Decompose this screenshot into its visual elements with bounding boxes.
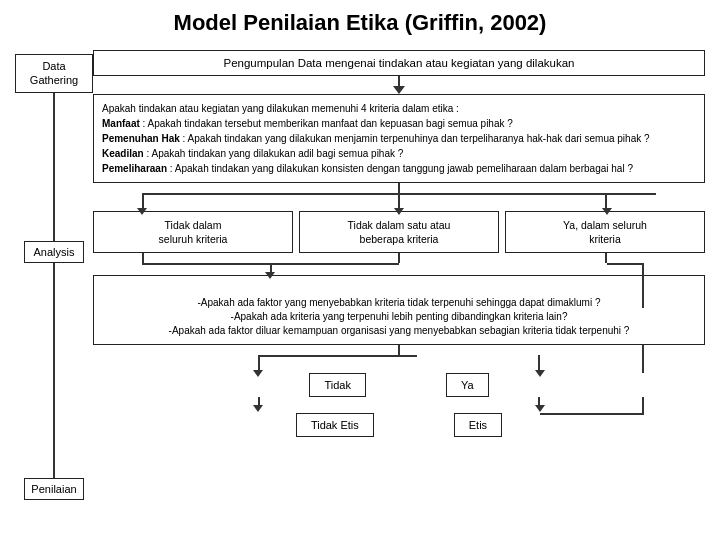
penilaian-label: Penilaian xyxy=(24,478,84,500)
data-gathering-label: Data Gathering xyxy=(15,54,93,93)
col2-box: Tidak dalam satu atau beberapa kriteria xyxy=(299,211,499,253)
analysis-text: Apakah tindakan atau kegiatan yang dilak… xyxy=(102,103,650,174)
questions-connector xyxy=(93,253,705,275)
three-col-row: Tidak dalam seluruh kriteria Tidak dalam… xyxy=(93,211,705,253)
questions-box: -Apakah ada faktor yang menyebabkan krit… xyxy=(93,275,705,345)
three-way-connector xyxy=(93,183,705,211)
right-content: Pengumpulan Data mengenai tindakan atau … xyxy=(93,50,705,500)
tidak-box: Tidak xyxy=(309,373,366,397)
two-way-connector xyxy=(93,345,705,373)
result-connector xyxy=(93,397,705,413)
analysis-box: Apakah tindakan atau kegiatan yang dilak… xyxy=(93,94,705,183)
col1-box: Tidak dalam seluruh kriteria xyxy=(93,211,293,253)
page-title: Model Penilaian Etika (Griffin, 2002) xyxy=(15,10,705,36)
ya-box: Ya xyxy=(446,373,489,397)
tidak-ya-row: Tidak Ya xyxy=(93,373,705,397)
diagram: Data Gathering Analysis Penilaian Pengum… xyxy=(15,50,705,500)
page: Model Penilaian Etika (Griffin, 2002) Da… xyxy=(0,0,720,540)
result-row: Tidak Etis Etis xyxy=(93,413,705,437)
col3-box: Ya, dalam seluruh kriteria xyxy=(505,211,705,253)
left-labels: Data Gathering Analysis Penilaian xyxy=(15,50,93,500)
etis-box: Etis xyxy=(454,413,502,437)
arrow1 xyxy=(93,76,705,94)
data-gathering-box: Pengumpulan Data mengenai tindakan atau … xyxy=(93,50,705,76)
analysis-label: Analysis xyxy=(24,241,84,263)
tidak-etis-box: Tidak Etis xyxy=(296,413,374,437)
